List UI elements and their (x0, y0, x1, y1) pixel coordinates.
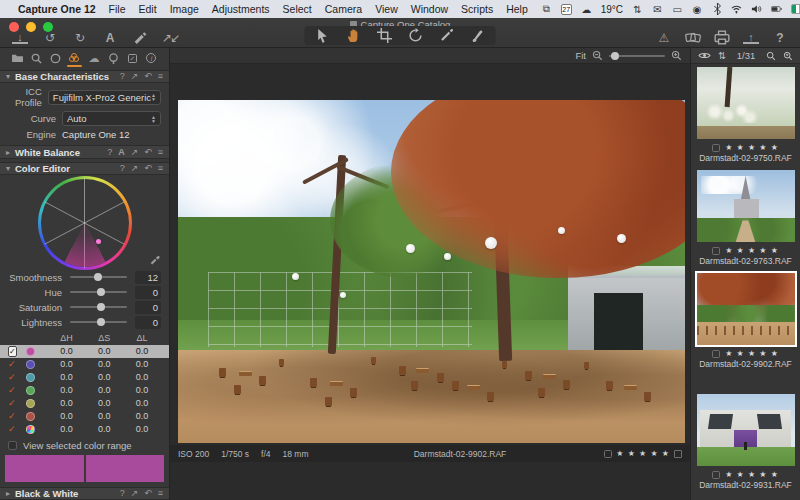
saturation-value[interactable]: 0 (135, 301, 161, 314)
color-row-all[interactable]: ✓ 0.00.00.0 (0, 423, 169, 436)
menu-file[interactable]: File (109, 3, 126, 15)
viewer-stage[interactable] (170, 64, 690, 445)
zoom-in-icon[interactable] (671, 50, 682, 61)
panel-base-characteristics-header[interactable]: ▾ Base Characteristics ? ↗ ↶ ≡ (0, 70, 169, 83)
menu-window[interactable]: Window (411, 3, 448, 15)
range-swatch-after[interactable] (86, 455, 165, 482)
input-source-flag-icon[interactable] (791, 4, 800, 14)
thumbnail-item[interactable]: ★ ★ ★ ★ ★ Darmstadt-02-9931.RAF (691, 394, 800, 490)
rotate-left-button[interactable]: ↺ (42, 30, 58, 45)
reset-icon[interactable]: ↶ (144, 148, 152, 157)
thumbnail-image[interactable] (697, 170, 795, 242)
selected-color-sector[interactable] (41, 179, 129, 267)
copy-apply-adjustments-button[interactable]: ↗↙ (162, 30, 178, 45)
copy-settings-icon[interactable]: ↗ (131, 148, 139, 157)
thumb-star-rating[interactable]: ★ ★ ★ ★ ★ (725, 349, 779, 358)
lightness-value[interactable]: 0 (135, 316, 161, 329)
search-icon[interactable] (766, 51, 776, 61)
row-check-icon[interactable]: ✓ (8, 385, 26, 395)
spot-removal-tool-button[interactable] (439, 28, 455, 43)
zoom-out-icon[interactable] (592, 50, 603, 61)
weather-icon[interactable]: ☁ (581, 3, 592, 15)
thumb-star-rating[interactable]: ★ ★ ★ ★ ★ (725, 246, 779, 255)
preset-menu-icon[interactable]: ≡ (158, 164, 163, 173)
main-photo[interactable] (178, 100, 685, 443)
copy-settings-icon[interactable]: ↗ (131, 164, 139, 173)
help-icon[interactable]: ? (107, 148, 112, 157)
thumb-checkbox[interactable] (712, 350, 720, 358)
menu-scripts[interactable]: Scripts (461, 3, 493, 15)
bluetooth-icon[interactable] (712, 3, 723, 15)
color-tag-checkbox[interactable] (604, 450, 612, 458)
color-row-blue[interactable]: ✓ 0.00.00.0 (0, 358, 169, 371)
color-row-red[interactable]: ✓ 0.00.00.0 (0, 410, 169, 423)
tab-details[interactable] (106, 51, 121, 65)
thumb-checkbox[interactable] (712, 247, 720, 255)
tab-metadata[interactable]: i (144, 51, 159, 65)
preset-menu-icon[interactable]: ≡ (158, 489, 163, 498)
filter-icon[interactable] (783, 51, 793, 61)
reset-icon[interactable]: ↶ (144, 164, 152, 173)
tab-adjustments[interactable]: ✓ (125, 51, 140, 65)
color-row-magenta[interactable]: ✓ 0.00.00.0 (0, 345, 169, 358)
preset-menu-icon[interactable]: ≡ (158, 72, 163, 81)
select-tool-button[interactable] (315, 28, 331, 43)
auto-adjust-icon[interactable]: A (118, 148, 125, 157)
menu-camera[interactable]: Camera (325, 3, 362, 15)
row-check-icon[interactable]: ✓ (8, 424, 26, 434)
rotate-tool-button[interactable] (408, 28, 424, 43)
menu-select[interactable]: Select (283, 3, 312, 15)
help-icon[interactable]: ? (120, 72, 125, 81)
row-checkbox[interactable]: ✓ (8, 346, 17, 357)
chevron-right-icon[interactable]: ▸ (6, 148, 15, 157)
calendar-icon[interactable]: 27 (561, 4, 572, 15)
help-icon[interactable]: ? (120, 164, 125, 173)
sort-icon[interactable]: ⇅ (718, 50, 726, 61)
menu-app-name[interactable]: Capture One 12 (18, 3, 96, 15)
preset-menu-icon[interactable]: ≡ (158, 148, 163, 157)
print-button[interactable] (714, 30, 730, 45)
menu-view[interactable]: View (375, 3, 398, 15)
hue-slider[interactable] (70, 291, 127, 293)
help-icon[interactable]: ? (120, 489, 125, 498)
export-button[interactable]: ↑ (743, 31, 759, 44)
pan-hand-tool-button[interactable] (346, 28, 362, 43)
star-rating[interactable]: ★ ★ ★ ★ ★ (616, 449, 670, 458)
thumb-star-rating[interactable]: ★ ★ ★ ★ ★ (725, 470, 779, 479)
import-button[interactable]: ↓ (12, 31, 28, 44)
thumbnail-item-selected[interactable]: ★ ★ ★ ★ ★ Darmstadt-02-9902.RAF (691, 273, 800, 369)
thumb-checkbox[interactable] (712, 471, 720, 479)
row-check-icon[interactable]: ✓ (8, 398, 26, 408)
tab-lens[interactable] (48, 51, 63, 65)
hue-value[interactable]: 0 (135, 286, 161, 299)
reset-icon[interactable]: ↶ (144, 72, 152, 81)
crop-tool-button[interactable] (377, 28, 393, 43)
row-check-icon[interactable]: ✓ (8, 372, 26, 382)
menu-help[interactable]: Help (506, 3, 528, 15)
menu-edit[interactable]: Edit (139, 3, 157, 15)
mask-brush-tool-button[interactable] (470, 28, 486, 43)
wifi-icon[interactable] (731, 3, 742, 15)
mail-icon[interactable]: ✉ (652, 3, 663, 15)
help-button[interactable]: ? (772, 30, 788, 45)
range-swatch-before[interactable] (5, 455, 84, 482)
saturation-slider[interactable] (70, 306, 127, 308)
compare-photos-button[interactable] (685, 30, 701, 45)
thumbnail-item[interactable]: ★ ★ ★ ★ ★ Darmstadt-02-9763.RAF (691, 170, 800, 266)
smoothness-value[interactable]: 12 (135, 271, 161, 284)
tab-capture[interactable] (29, 51, 44, 65)
eye-status-icon[interactable]: ◉ (692, 3, 703, 15)
copy-settings-icon[interactable]: ↗ (131, 489, 139, 498)
color-picker-eyedropper-icon[interactable] (149, 254, 161, 266)
zoom-fit-select[interactable]: Fit (575, 50, 586, 61)
tab-color[interactable] (67, 51, 82, 65)
zoom-slider[interactable] (609, 55, 665, 57)
curve-select[interactable]: Auto ▲▼ (62, 111, 161, 126)
thumbnail-image[interactable] (697, 273, 795, 345)
icc-profile-select[interactable]: Fujifilm X-Pro2 Generic ▲▼ (48, 90, 161, 105)
smoothness-slider[interactable] (70, 276, 127, 278)
rotate-right-button[interactable]: ↻ (72, 30, 88, 45)
warning-icon[interactable]: ⚠ (656, 30, 672, 45)
sync-icon[interactable]: ⇅ (632, 3, 643, 15)
thumb-checkbox[interactable] (712, 144, 720, 152)
